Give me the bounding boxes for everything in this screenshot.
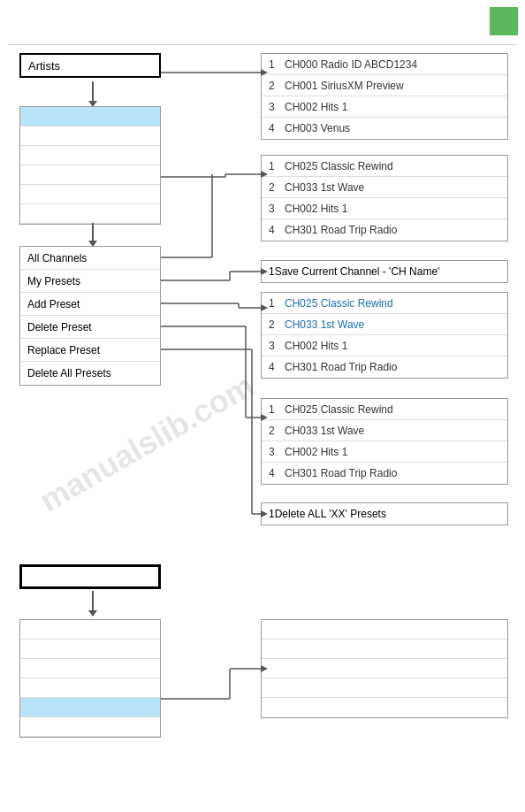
channel-row: 1 CH025 Classic Rewind bbox=[262, 293, 507, 314]
list-item[interactable] bbox=[20, 620, 160, 640]
channel-row: 2 CH001 SiriusXM Preview bbox=[262, 75, 507, 96]
list-item[interactable] bbox=[20, 126, 160, 146]
channel-row: 3 CH002 Hits 1 bbox=[262, 198, 507, 219]
arrow-line bbox=[92, 81, 94, 101]
arrow-head bbox=[88, 610, 97, 617]
artists-result-list bbox=[19, 106, 161, 225]
list-item[interactable] bbox=[20, 640, 160, 659]
channel-row: 4 CH301 Road Trip Radio bbox=[262, 219, 507, 241]
bottom-left-list bbox=[19, 619, 161, 738]
arrow-bold-to-list bbox=[88, 591, 97, 617]
menu-item-all-channels[interactable]: All Channels bbox=[20, 247, 160, 270]
page-container: Artists All Channels My Presets Add Pres… bbox=[0, 0, 525, 812]
channel-row: 2 CH033 1st Wave bbox=[262, 177, 507, 198]
arrow-line bbox=[92, 591, 94, 610]
delete-all-box: 1 Delete ALL 'XX' Presets bbox=[261, 502, 508, 525]
channel-box-1: 1 CH000 Radio ID ABCD1234 2 CH001 Sirius… bbox=[261, 53, 508, 140]
list-item[interactable] bbox=[20, 717, 160, 737]
list-item[interactable] bbox=[20, 107, 160, 126]
channel-row: 1 CH025 Classic Rewind bbox=[262, 156, 507, 177]
br-list-item bbox=[262, 659, 507, 678]
channel-row: 4 CH003 Venus bbox=[262, 118, 507, 139]
list-item[interactable] bbox=[20, 678, 160, 698]
list-item[interactable] bbox=[20, 185, 160, 204]
channel-row: 3 CH002 Hits 1 bbox=[262, 335, 507, 356]
list-item[interactable] bbox=[20, 204, 160, 224]
channel-box-5: 1 CH025 Classic Rewind 2 CH033 1st Wave … bbox=[261, 398, 508, 485]
menu-box: All Channels My Presets Add Preset Delet… bbox=[19, 246, 161, 386]
channel-row: 2 CH033 1st Wave bbox=[262, 420, 507, 441]
channel-row: 4 CH301 Road Trip Radio bbox=[262, 356, 507, 378]
menu-item-delete-preset[interactable]: Delete Preset bbox=[20, 316, 160, 339]
list-item[interactable] bbox=[20, 146, 160, 165]
green-square-decoration bbox=[490, 7, 518, 35]
menu-item-my-presets[interactable]: My Presets bbox=[20, 270, 160, 293]
list-item[interactable] bbox=[20, 698, 160, 717]
br-list-item bbox=[262, 640, 507, 659]
arrow-line bbox=[92, 223, 94, 241]
top-divider bbox=[9, 44, 516, 45]
list-item[interactable] bbox=[20, 659, 160, 678]
bottom-right-list bbox=[261, 619, 508, 718]
watermark: manualslib.com bbox=[34, 367, 261, 519]
menu-item-add-preset[interactable]: Add Preset bbox=[20, 293, 160, 316]
channel-row: 1 CH025 Classic Rewind bbox=[262, 399, 507, 420]
list-item[interactable] bbox=[20, 165, 160, 185]
channel-row: 1 CH000 Radio ID ABCD1234 bbox=[262, 54, 507, 75]
br-list-item bbox=[262, 620, 507, 640]
menu-item-replace-preset[interactable]: Replace Preset bbox=[20, 339, 160, 362]
channel-row: 3 CH002 Hits 1 bbox=[262, 441, 507, 463]
channel-row: 2 CH033 1st Wave bbox=[262, 314, 507, 335]
arrow-artists-to-list bbox=[88, 81, 97, 107]
channel-row: 4 CH301 Road Trip Radio bbox=[262, 463, 507, 484]
channel-row: 3 CH002 Hits 1 bbox=[262, 96, 507, 118]
input-bold-box[interactable] bbox=[19, 564, 161, 589]
menu-item-delete-all-presets[interactable]: Delete All Presets bbox=[20, 362, 160, 385]
arrow-list-to-menu bbox=[88, 223, 97, 247]
br-list-item bbox=[262, 678, 507, 698]
save-channel-box: 1 Save Current Channel - 'CH Name' bbox=[261, 260, 508, 283]
artists-box: Artists bbox=[19, 53, 161, 78]
channel-box-2: 1 CH025 Classic Rewind 2 CH033 1st Wave … bbox=[261, 155, 508, 241]
artists-label: Artists bbox=[28, 59, 60, 73]
br-list-item bbox=[262, 698, 507, 717]
channel-box-4: 1 CH025 Classic Rewind 2 CH033 1st Wave … bbox=[261, 292, 508, 379]
